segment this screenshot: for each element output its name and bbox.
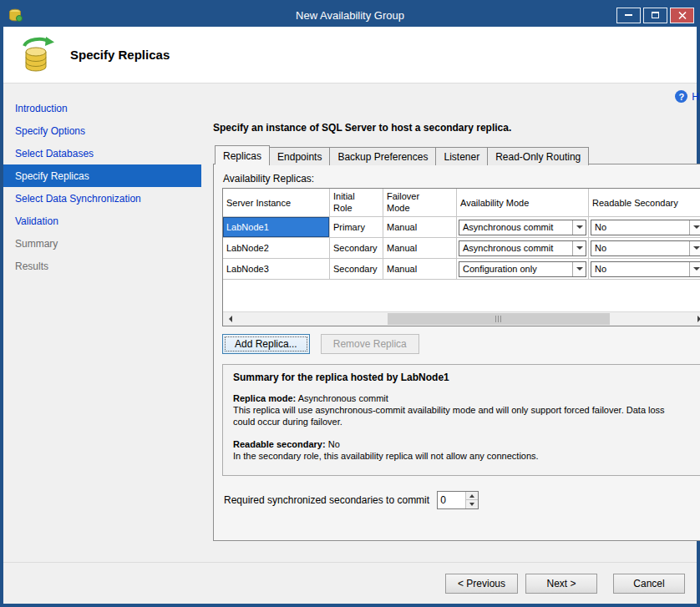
arrow-up-icon — [469, 494, 474, 498]
page-title: Specify Replicas — [70, 48, 170, 62]
spin-down-button[interactable] — [466, 500, 478, 508]
sidebar-item-introduction[interactable]: Introduction — [3, 97, 201, 119]
arrow-down-icon — [469, 503, 474, 506]
cancel-button[interactable]: Cancel — [613, 574, 685, 594]
replica-mode-description: This replica will use asynchronous-commi… — [233, 404, 684, 428]
chevron-down-icon — [576, 246, 583, 250]
replica-mode-line: Replica mode: Asynchronous commit — [233, 393, 696, 403]
scroll-left-button[interactable] — [223, 312, 237, 326]
help-label: Help — [692, 91, 700, 103]
replicas-table-viewport: Server Instance Initial Role Failover Mo… — [223, 189, 700, 311]
close-icon — [678, 12, 687, 19]
replica-mode-label: Replica mode: — [233, 393, 296, 403]
tab-strip: Replicas Endpoints Backup Preferences Li… — [213, 145, 700, 164]
arrow-right-icon — [697, 316, 700, 322]
titlebar: New Availability Group — [3, 3, 697, 27]
secondaries-commit-label: Required synchronized secondaries to com… — [224, 494, 429, 506]
failover-mode-cell: Manual — [383, 259, 457, 280]
column-header-server-instance[interactable]: Server Instance — [223, 189, 330, 217]
server-instance-cell[interactable]: LabNode2 — [223, 238, 330, 259]
instruction-text: Specify an instance of SQL Server to hos… — [213, 122, 700, 134]
close-button[interactable] — [670, 8, 694, 23]
initial-role-cell: Secondary — [330, 238, 383, 259]
availability-mode-combo[interactable]: Asynchronous commit — [459, 220, 586, 235]
chevron-down-icon — [576, 267, 583, 271]
table-header-row: Server Instance Initial Role Failover Mo… — [223, 189, 700, 217]
chevron-down-icon — [576, 225, 583, 229]
commit-row: Required synchronized secondaries to com… — [222, 491, 700, 509]
initial-role-cell: Secondary — [330, 259, 383, 280]
secondaries-commit-spinner — [437, 491, 479, 509]
spin-up-button[interactable] — [466, 492, 478, 500]
readable-secondary-cell: No — [589, 259, 700, 280]
readable-secondary-cell: No — [589, 217, 700, 238]
help-icon: ? — [675, 90, 687, 103]
sidebar-item-select-databases[interactable]: Select Databases — [3, 142, 201, 164]
sidebar-item-results: Results — [3, 255, 201, 277]
chevron-down-icon — [693, 246, 700, 250]
server-instance-cell[interactable]: LabNode3 — [223, 259, 330, 280]
scroll-track[interactable] — [237, 312, 692, 326]
readable-secondary-combo[interactable]: No — [591, 261, 700, 277]
initial-role-cell: Primary — [330, 217, 383, 238]
availability-replicas-label: Availability Replicas: — [223, 173, 700, 185]
body: Introduction Specify Options Select Data… — [3, 83, 697, 562]
scroll-right-button[interactable] — [692, 312, 700, 326]
database-sync-icon — [17, 36, 55, 74]
new-availability-group-window: New Availability Group Specify Repl — [0, 0, 700, 607]
failover-mode-cell: Manual — [383, 217, 457, 238]
tab-backup-preferences[interactable]: Backup Preferences — [329, 147, 436, 165]
availability-mode-cell: Asynchronous commit — [457, 238, 589, 259]
maximize-icon — [652, 12, 659, 18]
minimize-button[interactable] — [616, 8, 641, 23]
table-row-labnode1[interactable]: LabNode1 Primary Manual Asynchronous com… — [223, 217, 700, 238]
replicas-table: Server Instance Initial Role Failover Mo… — [222, 188, 700, 326]
readable-secondary-label: Readable secondary: — [233, 439, 326, 449]
availability-mode-combo[interactable]: Asynchronous commit — [459, 240, 586, 256]
next-button[interactable]: Next > — [525, 574, 597, 594]
arrow-left-icon — [229, 316, 232, 322]
summary-title: Summary for the replica hosted by LabNod… — [233, 372, 696, 383]
horizontal-scrollbar[interactable] — [223, 311, 700, 326]
window-controls — [616, 8, 694, 23]
tab-read-only-routing[interactable]: Read-Only Routing — [487, 147, 589, 165]
readable-secondary-description: In the secondary role, this availability… — [233, 450, 684, 462]
main-panel: ? Help Specify an instance of SQL Server… — [201, 83, 700, 562]
sidebar-item-validation[interactable]: Validation — [3, 210, 201, 232]
readable-secondary-cell: No — [589, 238, 700, 259]
availability-mode-cell: Configuration only — [457, 259, 589, 280]
readable-secondary-combo[interactable]: No — [591, 240, 700, 256]
replica-buttons-row: Add Replica... Remove Replica — [222, 334, 700, 354]
column-header-initial-role[interactable]: Initial Role — [330, 189, 383, 217]
previous-button[interactable]: < Previous — [445, 574, 518, 594]
sidebar-item-specify-replicas[interactable]: Specify Replicas — [3, 164, 201, 187]
chevron-down-icon — [693, 225, 700, 229]
tab-listener[interactable]: Listener — [435, 147, 488, 165]
server-instance-cell[interactable]: LabNode1 — [223, 217, 330, 238]
column-header-readable-secondary[interactable]: Readable Secondary — [589, 189, 700, 217]
availability-mode-cell: Asynchronous commit — [457, 217, 589, 238]
column-header-failover-mode[interactable]: Failover Mode — [383, 189, 457, 217]
table-row-labnode3[interactable]: LabNode3 Secondary Manual Configuration … — [223, 259, 700, 280]
secondaries-commit-input[interactable] — [438, 492, 465, 508]
chevron-down-icon — [693, 267, 700, 271]
sidebar: Introduction Specify Options Select Data… — [3, 83, 201, 562]
table-row-labnode2[interactable]: LabNode2 Secondary Manual Asynchronous c… — [223, 238, 700, 259]
availability-mode-combo[interactable]: Configuration only — [459, 261, 586, 277]
sidebar-item-summary: Summary — [3, 232, 201, 255]
footer: < Previous Next > Cancel — [3, 562, 697, 604]
remove-replica-button[interactable]: Remove Replica — [321, 334, 419, 354]
column-header-availability-mode[interactable]: Availability Mode — [457, 189, 589, 217]
window-title: New Availability Group — [3, 9, 697, 22]
minimize-icon — [625, 14, 632, 16]
maximize-button[interactable] — [643, 8, 667, 23]
scroll-thumb[interactable] — [388, 313, 611, 325]
sidebar-item-select-data-synchronization[interactable]: Select Data Synchronization — [3, 187, 201, 210]
failover-mode-cell: Manual — [383, 238, 457, 259]
readable-secondary-combo[interactable]: No — [591, 220, 700, 235]
help-link[interactable]: ? Help — [675, 90, 700, 103]
sidebar-item-specify-options[interactable]: Specify Options — [3, 119, 201, 142]
add-replica-button[interactable]: Add Replica... — [222, 334, 310, 354]
tab-replicas[interactable]: Replicas — [215, 145, 270, 164]
tab-endpoints[interactable]: Endpoints — [269, 147, 330, 165]
